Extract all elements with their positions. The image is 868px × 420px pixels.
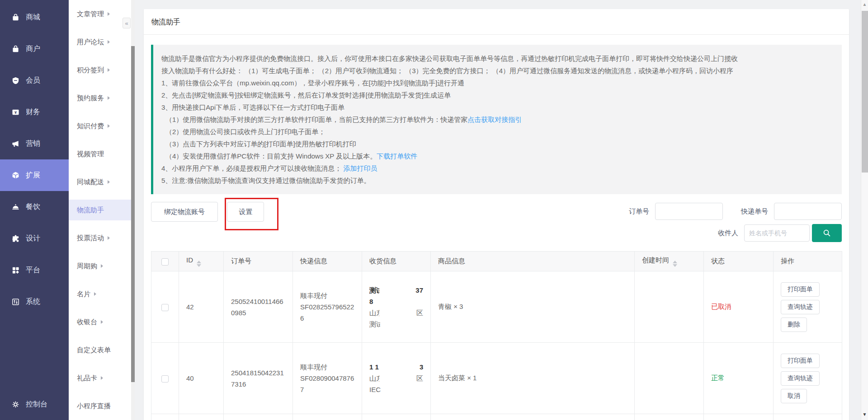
submenu-item-label: 周期购 bbox=[77, 262, 97, 271]
sidebar-item-商城[interactable]: 商城 bbox=[0, 1, 69, 33]
merchant-icon bbox=[11, 45, 20, 53]
submenu-item-礼品卡[interactable]: 礼品卡 bbox=[69, 364, 131, 392]
console-icon bbox=[11, 400, 20, 409]
receiver-input[interactable] bbox=[744, 224, 810, 242]
sidebar-item-餐饮[interactable]: 餐饮 bbox=[0, 191, 69, 223]
page-scrollbar: ▲ ▼ bbox=[861, 0, 868, 420]
submenu-item-物流助手[interactable]: 物流助手 bbox=[69, 196, 131, 224]
bind-logistics-account-button[interactable]: 绑定物流账号 bbox=[151, 202, 218, 222]
notice-line-5: 3、用快递接口Api下单后，可选择以下任一方式打印电子面单 bbox=[161, 101, 833, 113]
submenu-item-label: 视频管理 bbox=[77, 150, 104, 159]
sidebar-item-营销[interactable]: 营销 bbox=[0, 128, 69, 159]
chevron-right-icon bbox=[108, 180, 110, 184]
notice-line-9: （4）安装使用微信打单PC软件：目前支持 Windows XP 及以上版本。下载… bbox=[161, 150, 833, 162]
submenu-item-积分签到[interactable]: 积分签到 bbox=[69, 56, 131, 84]
notice-link[interactable]: 下载打单软件 bbox=[377, 152, 417, 160]
chevron-right-icon bbox=[101, 264, 103, 268]
search-button[interactable] bbox=[812, 224, 842, 242]
submenu-item-label: 小程序直播 bbox=[77, 402, 111, 411]
notice-link[interactable]: 添加打印员 bbox=[344, 164, 377, 172]
row-checkbox[interactable] bbox=[161, 375, 169, 383]
sidebar-item-商户[interactable]: 商户 bbox=[0, 33, 69, 65]
actions-cell: 打印面单查询轨迹取消 bbox=[774, 343, 842, 414]
notice-line-8: （3）点击下方列表中对应订单的[打印面单]使用热敏打印机打印 bbox=[161, 138, 833, 150]
submenu-item-用户论坛[interactable]: 用户论坛 bbox=[69, 28, 131, 56]
tracking-no-input[interactable] bbox=[774, 203, 842, 220]
submenu-item-投票活动[interactable]: 投票活动 bbox=[69, 224, 131, 252]
created-cell bbox=[635, 271, 704, 343]
sort-icon[interactable] bbox=[197, 261, 201, 267]
submenu-item-label: 物流助手 bbox=[77, 206, 104, 215]
finance-icon: ¥ bbox=[11, 108, 20, 117]
order-no-input[interactable] bbox=[655, 203, 723, 220]
submenu-item-视频管理[interactable]: 视频管理 bbox=[69, 140, 131, 168]
submenu-item-文章管理[interactable]: 文章管理 bbox=[69, 0, 131, 28]
notice-line-10: 4、小程序用户下单，必须是授权用户才可以接收物流消息； 添加打印员 bbox=[161, 162, 833, 174]
sidebar-item-财务[interactable]: ¥财务 bbox=[0, 96, 69, 128]
sidebar-item-label: 营销 bbox=[26, 139, 40, 149]
status-badge: 正常 bbox=[711, 374, 725, 382]
search-area: 订单号 快递单号 收件人 bbox=[629, 203, 842, 242]
submenu-item-名片[interactable]: 名片 bbox=[69, 280, 131, 308]
sidebar-collapse-button[interactable]: « bbox=[123, 18, 131, 28]
action-button-打印面单[interactable]: 打印面单 bbox=[781, 282, 820, 297]
submenu-item-label: 文章管理 bbox=[77, 10, 104, 19]
page-scrollbar-thumb[interactable] bbox=[862, 11, 868, 173]
actions-cell: 打印面单查询轨迹删除 bbox=[774, 271, 842, 343]
scroll-down-arrow[interactable]: ▼ bbox=[861, 411, 868, 418]
table-row: 42250524100114660985顺丰现付SF0282557965226测… bbox=[151, 271, 842, 343]
status-cell: 已取消 bbox=[704, 271, 774, 343]
table-row: 40250418150422317316顺丰现付SF02809004787671… bbox=[151, 343, 842, 414]
submenu-item-收银台[interactable]: 收银台 bbox=[69, 308, 131, 336]
table-row-partial bbox=[151, 414, 842, 420]
submenu-item-label: 礼品卡 bbox=[77, 374, 97, 383]
notice-line-6: （1）使用微信物流助手对接的第三方打单软件打印面单，当前已支持的第三方打单软件为… bbox=[161, 113, 833, 126]
submenu-item-自定义表单[interactable]: 自定义表单 bbox=[69, 336, 131, 364]
receiver-label: 收件人 bbox=[718, 229, 738, 238]
chevron-right-icon bbox=[108, 40, 110, 44]
orders-table-wrap: ID订单号快递信息收货信息商品信息创建时间状态操作422505241001146… bbox=[151, 251, 842, 420]
sidebar-item-控制台[interactable]: 控制台 bbox=[0, 388, 69, 420]
sidebar-item-会员[interactable]: 会员 bbox=[0, 65, 69, 96]
action-button-查询轨迹[interactable]: 查询轨迹 bbox=[781, 300, 820, 314]
submenu-item-label: 用户论坛 bbox=[77, 38, 104, 47]
submenu-item-小程序直播[interactable]: 小程序直播 bbox=[69, 392, 131, 420]
notice-line-4: 2、先点击[绑定物流账号]按钮绑定物流账号，然后在订单发货时选择[使用物流助手发… bbox=[161, 89, 833, 101]
submenu-item-知识付费[interactable]: 知识付费 bbox=[69, 112, 131, 140]
action-button-删除[interactable]: 删除 bbox=[781, 317, 807, 332]
submenu-scrollbar-thumb[interactable] bbox=[131, 46, 135, 382]
action-button-取消[interactable]: 取消 bbox=[781, 389, 807, 403]
extension-icon bbox=[11, 171, 20, 180]
scroll-up-arrow[interactable]: ▲ bbox=[861, 1, 868, 8]
notice-link[interactable]: 点击获取对接指引 bbox=[467, 116, 522, 123]
submenu-item-周期购[interactable]: 周期购 bbox=[69, 252, 131, 280]
status-cell: 正常 bbox=[704, 343, 774, 414]
action-button-查询轨迹[interactable]: 查询轨迹 bbox=[781, 371, 820, 386]
submenu-item-预约服务[interactable]: 预约服务 bbox=[69, 84, 131, 112]
action-button-打印面单[interactable]: 打印面单 bbox=[781, 354, 820, 368]
column-header-ID[interactable]: ID bbox=[179, 252, 224, 271]
id-cell: 40 bbox=[179, 343, 224, 414]
sidebar-item-系统[interactable]: 系统 bbox=[0, 286, 69, 317]
goods-cell: 青椒 × 3 bbox=[431, 271, 635, 343]
goods-cell: 当天卤菜 × 1 bbox=[431, 343, 635, 414]
sidebar-item-平台[interactable]: 平台 bbox=[0, 254, 69, 286]
catering-icon bbox=[11, 203, 20, 211]
submenu-item-同城配送[interactable]: 同城配送 bbox=[69, 168, 131, 196]
submenu-item-label: 名片 bbox=[77, 290, 90, 299]
sidebar-item-label: 餐饮 bbox=[26, 202, 40, 212]
order-no-label: 订单号 bbox=[629, 207, 649, 216]
row-checkbox[interactable] bbox=[161, 304, 169, 311]
select-all-checkbox[interactable] bbox=[161, 258, 169, 266]
column-header-订单号: 订单号 bbox=[224, 252, 293, 271]
sidebar-item-设计[interactable]: 设计 bbox=[0, 223, 69, 254]
column-header-状态: 状态 bbox=[704, 252, 774, 271]
chevron-right-icon bbox=[101, 376, 103, 380]
sort-icon[interactable] bbox=[673, 261, 677, 267]
column-header-创建时间[interactable]: 创建时间 bbox=[635, 252, 704, 271]
sidebar-item-扩展[interactable]: 扩展 bbox=[0, 159, 69, 191]
settings-button[interactable]: 设置 bbox=[227, 202, 264, 222]
express-cell: 顺丰现付SF0280900478767 bbox=[293, 343, 362, 414]
order-no-cell: 250524100114660985 bbox=[224, 271, 293, 343]
sidebar-item-label: 控制台 bbox=[26, 400, 47, 409]
